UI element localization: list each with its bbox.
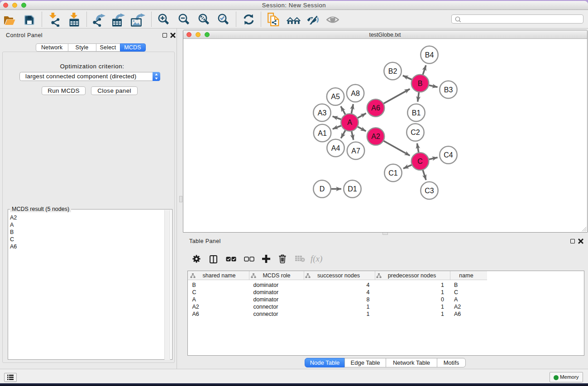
svg-text:A8: A8 bbox=[351, 89, 360, 97]
svg-text:A5: A5 bbox=[331, 93, 340, 100]
svg-text:D: D bbox=[319, 185, 325, 193]
svg-text:C4: C4 bbox=[444, 151, 453, 159]
svg-text:C3: C3 bbox=[425, 186, 434, 194]
svg-text:A7: A7 bbox=[351, 147, 360, 154]
svg-text:A1: A1 bbox=[318, 129, 327, 137]
svg-text:A6: A6 bbox=[371, 104, 380, 112]
svg-text:A2: A2 bbox=[371, 133, 380, 140]
svg-text:D1: D1 bbox=[348, 185, 357, 193]
svg-text:A: A bbox=[347, 119, 352, 126]
svg-text:A4: A4 bbox=[331, 144, 340, 152]
svg-text:B: B bbox=[417, 79, 422, 87]
svg-text:B4: B4 bbox=[425, 51, 434, 58]
svg-text:B3: B3 bbox=[444, 86, 453, 93]
svg-text:C2: C2 bbox=[411, 129, 420, 136]
svg-text:B2: B2 bbox=[388, 67, 397, 75]
svg-text:C: C bbox=[417, 157, 423, 165]
svg-text:A3: A3 bbox=[317, 109, 326, 116]
svg-text:C1: C1 bbox=[388, 169, 398, 176]
svg-text:B1: B1 bbox=[411, 109, 421, 116]
